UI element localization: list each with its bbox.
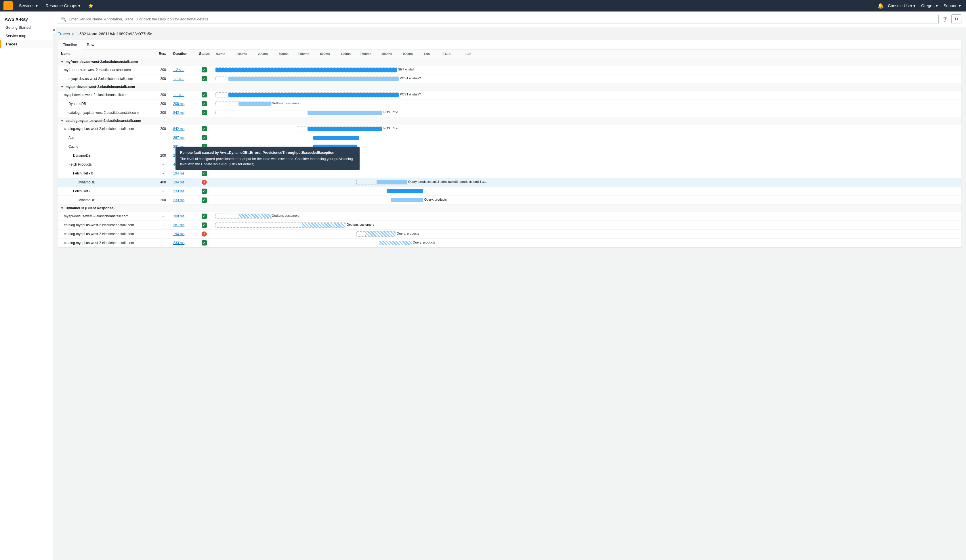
toggle-icon[interactable]: ▼ [61,85,64,89]
row-duration[interactable]: 233 ms [170,239,196,247]
scale-mark: 700ms [360,52,381,56]
group-header-label: ▼myapi-dev.us-west-2.elasticbeanstalk.co… [58,84,961,90]
aws-logo: 🔶 [3,1,13,10]
row-duration[interactable]: 297 ms [170,133,196,142]
table-row[interactable]: Fetch Ret - 1 - 233 ms ✓ [58,187,961,196]
row-duration[interactable]: 461 ms [170,160,196,169]
table-row[interactable]: Fetch Products - 461 ms ✓ [58,160,961,169]
row-name: DynamoDB [58,178,156,187]
status-ok-icon: ✓ [202,162,207,167]
status-error-icon: ! [202,180,207,185]
trace-content: Traces > 1-58214aaa-26811b4a16897a938c97… [53,27,966,252]
bar-hatched [302,223,345,227]
breadcrumb-link[interactable]: Traces [58,32,70,36]
help-icon[interactable]: ❓ [941,15,949,23]
row-res: - [156,212,170,221]
services-menu[interactable]: Services ▾ [17,2,39,9]
scale-mark: 600ms [340,52,360,56]
row-duration[interactable]: 1.2 sec [170,65,196,74]
row-name: catalog.myapi.us-west-2.elasticbeanstalk… [58,230,156,239]
region-menu[interactable]: Oregon ▾ [919,2,940,9]
sidebar-toggle[interactable]: ◀ [51,26,56,33]
status-error-icon: ! [202,231,207,237]
search-input[interactable] [69,17,935,21]
tab-timeline[interactable]: Timeline [58,40,82,49]
scale-mark: 100ms [236,52,257,56]
row-name: catalog.myapi.us-west-2.elasticbeanstalk… [58,124,156,133]
notification-icon[interactable]: 🔔 [877,3,884,9]
bar-cell: POST /foo [215,126,958,132]
bar-hatched [380,241,412,245]
toggle-icon[interactable]: ▼ [61,119,64,123]
bar-cell: GET /install [215,67,958,73]
table-row[interactable]: Auth - 297 ms ✓ [58,133,961,142]
sidebar-item-traces[interactable]: Traces [0,40,53,48]
table-row[interactable]: DynamoDB 200 251 ms ✓ [58,151,961,160]
table-row[interactable]: myapi-dev.us-west-2.elasticbeanstalk.com… [58,212,961,221]
table-row[interactable]: DynamoDB 400 194 ms ! Query: products.um… [58,178,961,187]
table-row: ▼catalog.myapi.us-west-2.elasticbeanstal… [58,117,961,124]
table-row[interactable]: catalog.myapi.us-west-2.elasticbeanstalk… [58,108,961,117]
row-duration[interactable]: 842 ms [170,108,196,117]
support-menu[interactable]: Support ▾ [942,2,963,9]
toggle-icon[interactable]: ▼ [61,206,64,210]
row-duration[interactable]: 194 ms [170,169,196,178]
refresh-button[interactable]: ↻ [951,15,961,24]
row-res: - [156,239,170,247]
row-duration[interactable]: 281 ms [170,221,196,230]
table-row[interactable]: DynamoDB 200 233 ms ✓ Query: products [58,196,961,205]
row-duration[interactable]: 1.1 sec [170,74,196,84]
table-row[interactable]: DynamoDB 200 208 ms ✓ GetItem: customers [58,100,961,108]
status-ok-icon: ✓ [202,198,207,203]
table-row[interactable]: catalog.myapi.us-west-2.elasticbeanstalk… [58,239,961,247]
bar-blue [313,145,357,149]
row-status: ✓ [196,196,213,205]
table-row[interactable]: Cache - 281 ms ✓ [58,142,961,151]
row-status: ✓ [196,169,213,178]
bar-label: Query: products.um11-admi.table01, produ… [408,180,957,183]
row-duration[interactable]: 208 ms [170,212,196,221]
row-duration[interactable]: 208 ms [170,100,196,108]
table-row[interactable]: Fetch Ret - 0 - 194 ms ✓ [58,169,961,178]
scale-mark: 300ms [278,52,298,56]
row-duration[interactable]: 842 ms [170,124,196,133]
row-timeline: GetItem: customers [213,100,961,108]
console-user-menu[interactable]: Console User ▾ [886,2,917,9]
sidebar-item-getting-started[interactable]: Getting Started [0,23,53,32]
row-res: - [156,142,170,151]
table-row[interactable]: catalog.myapi.us-west-2.elasticbeanstalk… [58,124,961,133]
col-name-header: Name [58,49,156,58]
toggle-icon[interactable]: ▼ [61,60,64,64]
bar-label: POST /install/?... [400,77,957,80]
row-duration[interactable]: 233 ms [170,196,196,205]
status-ok-icon: ✓ [202,110,207,115]
row-duration[interactable]: 281 ms [170,142,196,151]
bookmark-icon[interactable]: ⭐ [87,2,95,9]
table-row[interactable]: catalog.myapi.us-west-2.elasticbeanstalk… [58,230,961,239]
table-row[interactable]: catalog.myapi.us-west-2.elasticbeanstalk… [58,221,961,230]
row-name: catalog.myapi.us-west-2.elasticbeanstalk… [58,108,156,117]
sidebar-item-service-map[interactable]: Service map [0,32,53,40]
row-duration[interactable]: 194 ms [170,230,196,239]
table-row[interactable]: myfront-dev.us-west-2.elasticbeanstalk.c… [58,65,961,74]
bar-cell: Query: products [215,231,958,237]
row-duration[interactable]: 194 ms [170,178,196,187]
table-row[interactable]: myapi-dev.us-west-2.elasticbeanstalk.com… [58,90,961,100]
row-timeline [213,133,961,142]
row-status: ✓ [196,221,213,230]
table-row[interactable]: myapi-dev.us-west-2.elasticbeanstalk.com… [58,74,961,84]
row-duration[interactable]: 251 ms [170,151,196,160]
resource-groups-menu[interactable]: Resource Groups ▾ [44,2,82,9]
row-duration[interactable]: 233 ms [170,187,196,196]
status-ok-icon: ✓ [202,144,207,149]
tab-raw[interactable]: Raw [82,40,99,49]
row-name: DynamoDB [58,151,156,160]
scale-mark: 1.1s [443,52,464,56]
row-res: 200 [156,65,170,74]
row-res: - [156,230,170,239]
status-ok-icon: ✓ [202,92,207,97]
bar-light [238,102,271,106]
scale-mark: 0.0ms [215,52,236,56]
row-timeline: POST /foo [213,124,961,133]
row-duration[interactable]: 1.1 sec [170,90,196,100]
